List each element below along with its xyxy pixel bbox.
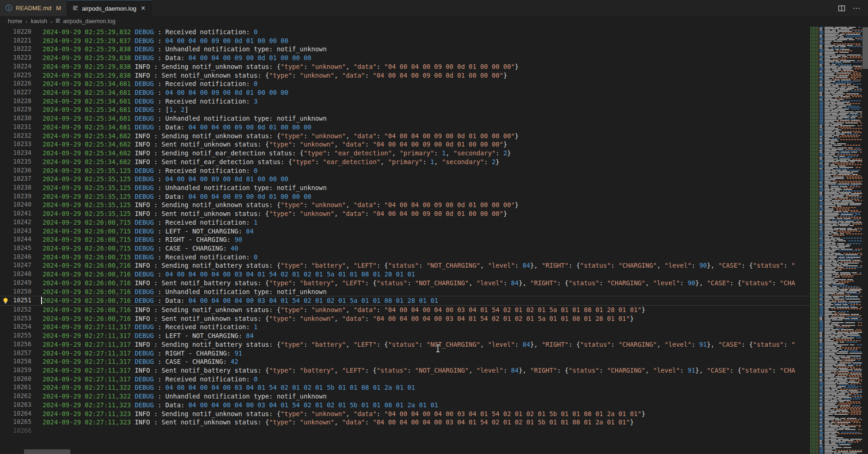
split-editor-icon[interactable] (838, 5, 845, 12)
log-line[interactable]: 102342024-09-29 02:25:34,682 INFO : Send… (0, 149, 810, 158)
log-line[interactable]: 102242024-09-29 02:25:29,838 INFO : Send… (0, 62, 810, 71)
breadcrumb-home[interactable]: home (8, 18, 22, 25)
log-line[interactable]: 102292024-09-29 02:25:34,681 DEBUG : [1,… (0, 105, 810, 114)
log-line-text: 2024-09-29 02:25:34,681 DEBUG : 04 00 04… (43, 88, 288, 97)
tab-readme[interactable]: ⓘ README.md M (0, 0, 67, 16)
log-line[interactable]: 102652024-09-29 02:27:11,323 INFO : Sent… (0, 418, 810, 427)
log-line-text: 2024-09-29 02:25:35,125 DEBUG : 04 00 04… (43, 175, 288, 184)
line-number: 10228 (0, 97, 31, 106)
log-line[interactable]: 102402024-09-29 02:25:35,125 INFO : Send… (0, 201, 810, 209)
log-line[interactable]: 102612024-09-29 02:27:11,322 DEBUG : 04 … (0, 383, 810, 392)
log-line-text: 2024-09-29 02:26:00,715 DEBUG : CASE - C… (43, 244, 238, 253)
log-line[interactable]: 102552024-09-29 02:27:11,317 DEBUG : LEF… (0, 331, 810, 340)
log-line[interactable]: 102582024-09-29 02:27:11,317 DEBUG : CAS… (0, 357, 810, 366)
log-line[interactable]: 102512024-09-29 02:26:00,716 DEBUG : Dat… (0, 296, 810, 306)
log-line[interactable]: 102312024-09-29 02:25:34,681 DEBUG : Dat… (0, 123, 810, 132)
log-line[interactable]: 102222024-09-29 02:25:29,838 DEBUG : Unh… (0, 45, 810, 54)
log-line-text: 2024-09-29 02:27:11,323 INFO : Sent noti… (43, 418, 634, 427)
log-line[interactable]: 102502024-09-29 02:26:00,716 DEBUG : Unh… (0, 288, 810, 296)
log-line[interactable]: 102442024-09-29 02:26:00,715 DEBUG : RIG… (0, 235, 810, 244)
line-number: 10223 (0, 54, 31, 62)
log-line[interactable]: 102392024-09-29 02:25:35,125 DEBUG : Dat… (0, 192, 810, 201)
log-line[interactable]: 102642024-09-29 02:27:11,323 INFO : Send… (0, 410, 810, 418)
line-number: 10252 (0, 306, 31, 314)
log-line[interactable]: 102562024-09-29 02:27:11,317 INFO : Send… (0, 340, 810, 349)
log-line[interactable]: 102252024-09-29 02:25:29,838 INFO : Sent… (0, 71, 810, 80)
log-line[interactable]: 102432024-09-29 02:26:00,715 DEBUG : LEF… (0, 227, 810, 236)
log-line[interactable]: 102492024-09-29 02:26:00,716 INFO : Sent… (0, 279, 810, 288)
log-line-text: 2024-09-29 02:27:11,317 INFO : Sent noti… (43, 366, 795, 375)
vertical-scrollbar-thumb[interactable] (862, 27, 868, 69)
line-number: 10249 (0, 279, 31, 288)
log-line[interactable]: 102372024-09-29 02:25:35,125 DEBUG : 04 … (0, 175, 810, 184)
log-line[interactable]: 102542024-09-29 02:27:11,317 DEBUG : Rec… (0, 323, 810, 331)
line-number: 10244 (0, 235, 31, 244)
line-number: 10242 (0, 218, 31, 227)
log-line[interactable]: 102532024-09-29 02:26:00,716 INFO : Sent… (0, 314, 810, 323)
log-line-text: 2024-09-29 02:27:11,317 DEBUG : LEFT - N… (43, 331, 254, 340)
log-line-text: 2024-09-29 02:26:00,716 INFO : Sent noti… (43, 279, 795, 288)
log-line-text: 2024-09-29 02:25:34,682 INFO : Sent noti… (43, 140, 507, 149)
log-lines: 102202024-09-29 02:25:29,832 DEBUG : Rec… (0, 28, 810, 436)
horizontal-scrollbar-thumb[interactable] (24, 449, 70, 454)
log-line[interactable]: 102602024-09-29 02:27:11,317 DEBUG : Rec… (0, 375, 810, 384)
log-line[interactable]: 102462024-09-29 02:26:00,715 DEBUG : Rec… (0, 253, 810, 262)
log-line[interactable]: 102382024-09-29 02:25:35,125 DEBUG : Unh… (0, 184, 810, 192)
line-number: 10236 (0, 166, 31, 175)
log-line[interactable]: 102362024-09-29 02:25:35,125 DEBUG : Rec… (0, 166, 810, 175)
log-line-text: 2024-09-29 02:25:34,681 DEBUG : [1, 2] (43, 105, 189, 114)
close-icon[interactable]: × (140, 5, 146, 12)
line-number: 10238 (0, 184, 31, 192)
breadcrumb: home › kavish › airpods_daemon.log (0, 16, 868, 26)
line-number: 10226 (0, 80, 31, 88)
log-line[interactable]: 102452024-09-29 02:26:00,715 DEBUG : CAS… (0, 244, 810, 253)
log-line-text: 2024-09-29 02:25:29,838 DEBUG : Unhandle… (43, 45, 327, 54)
line-number: 10225 (0, 71, 31, 80)
log-line-text: 2024-09-29 02:25:34,681 DEBUG : Received… (43, 97, 257, 106)
log-line[interactable]: 102232024-09-29 02:25:29,838 DEBUG : Dat… (0, 54, 810, 62)
log-line[interactable]: 102272024-09-29 02:25:34,681 DEBUG : 04 … (0, 88, 810, 97)
log-line-text: 2024-09-29 02:25:35,125 DEBUG : Received… (43, 166, 257, 175)
line-number: 10257 (0, 349, 31, 358)
log-line[interactable]: 102412024-09-29 02:25:35,125 INFO : Sent… (0, 209, 810, 218)
log-line-text: 2024-09-29 02:25:35,125 INFO : Sending n… (43, 201, 519, 209)
minimap[interactable] (810, 26, 862, 454)
log-line[interactable]: 102572024-09-29 02:27:11,317 DEBUG : RIG… (0, 349, 810, 358)
log-line[interactable]: 102352024-09-29 02:25:34,682 INFO : Sent… (0, 158, 810, 166)
log-line[interactable]: 102302024-09-29 02:25:34,681 DEBUG : Unh… (0, 114, 810, 123)
log-line-text: 2024-09-29 02:27:11,317 DEBUG : CASE - C… (43, 357, 238, 366)
breadcrumb-file[interactable]: airpods_daemon.log (55, 18, 115, 25)
log-line-text: 2024-09-29 02:25:34,681 DEBUG : Unhandle… (43, 114, 327, 123)
log-line[interactable]: 102632024-09-29 02:27:11,323 DEBUG : Dat… (0, 401, 810, 410)
line-number: 10261 (0, 383, 31, 392)
tab-airpods-daemon-log[interactable]: airpods_daemon.log × (67, 0, 152, 16)
log-line[interactable]: 10266 (0, 427, 810, 436)
log-line-text: 2024-09-29 02:27:11,317 DEBUG : Received… (43, 375, 257, 384)
log-line[interactable]: 102472024-09-29 02:26:00,716 INFO : Send… (0, 261, 810, 270)
line-number: 10262 (0, 392, 31, 401)
log-line[interactable]: 102482024-09-29 02:26:00,716 DEBUG : 04 … (0, 270, 810, 279)
log-line[interactable]: 102202024-09-29 02:25:29,832 DEBUG : Rec… (0, 28, 810, 37)
line-number: 10227 (0, 88, 31, 97)
log-line[interactable]: 102332024-09-29 02:25:34,682 INFO : Sent… (0, 140, 810, 149)
log-line[interactable]: 102592024-09-29 02:27:11,317 INFO : Sent… (0, 366, 810, 375)
log-line[interactable]: 102522024-09-29 02:26:00,716 INFO : Send… (0, 306, 810, 314)
log-line-text: 2024-09-29 02:25:29,838 INFO : Sent noti… (43, 71, 507, 80)
breadcrumb-kavish[interactable]: kavish (31, 18, 47, 25)
log-line[interactable]: 102282024-09-29 02:25:34,681 DEBUG : Rec… (0, 97, 810, 106)
log-line[interactable]: 102262024-09-29 02:25:34,681 DEBUG : Rec… (0, 80, 810, 88)
modified-badge: M (56, 5, 61, 12)
log-line[interactable]: 102622024-09-29 02:27:11,322 DEBUG : Unh… (0, 392, 810, 401)
tab-readme-label: README.md (16, 5, 51, 12)
line-number: 10260 (0, 375, 31, 384)
log-line-text: 2024-09-29 02:25:34,682 INFO : Sending n… (43, 149, 511, 158)
log-line[interactable]: 102212024-09-29 02:25:29,837 DEBUG : 04 … (0, 37, 810, 45)
log-line[interactable]: 102322024-09-29 02:25:34,682 INFO : Send… (0, 132, 810, 141)
log-line[interactable]: 102422024-09-29 02:26:00,715 DEBUG : Rec… (0, 218, 810, 227)
editor-pane[interactable]: 102202024-09-29 02:25:29,832 DEBUG : Rec… (0, 26, 810, 454)
log-line-text: 2024-09-29 02:27:11,317 INFO : Sending n… (43, 340, 795, 349)
more-actions-icon[interactable]: ⋯ (853, 4, 861, 12)
text-caret (41, 297, 42, 304)
log-line-text: 2024-09-29 02:25:29,837 DEBUG : 04 00 04… (43, 37, 288, 45)
line-number: 10241 (0, 209, 31, 218)
